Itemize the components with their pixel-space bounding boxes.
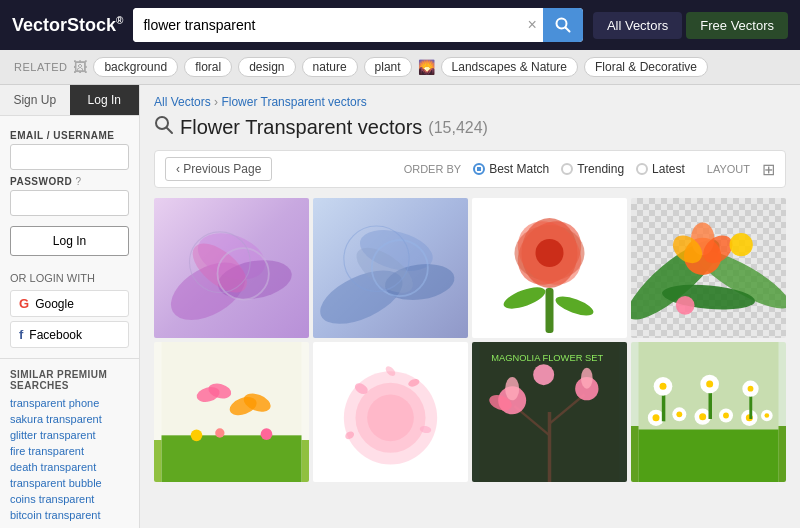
similar-link-4[interactable]: death transparent [10, 461, 129, 473]
sidebar: Sign Up Log In EMAIL / USERNAME PASSWORD… [0, 85, 140, 528]
logo: VectorStock® [12, 15, 123, 36]
order-options: Best Match Trending Latest [473, 162, 685, 176]
similar-link-7[interactable]: bitcoin transparent [10, 509, 129, 521]
svg-point-45 [367, 395, 414, 442]
svg-point-18 [553, 293, 595, 320]
order-trending[interactable]: Trending [561, 162, 624, 176]
facebook-icon: f [19, 327, 23, 342]
header: VectorStock® × All Vectors Free Vectors [0, 0, 800, 50]
related-tag-floral[interactable]: floral [184, 57, 232, 77]
login-form: EMAIL / USERNAME PASSWORD ? Log In [0, 116, 139, 264]
layout-label: LAYOUT [707, 163, 750, 175]
order-latest[interactable]: Latest [636, 162, 685, 176]
result-count: (15,424) [428, 119, 488, 137]
svg-point-81 [706, 381, 713, 388]
similar-link-1[interactable]: sakura transparent [10, 413, 129, 425]
all-vectors-tab[interactable]: All Vectors [593, 12, 682, 39]
page-title: Flower Transparent vectors (15,424) [154, 115, 786, 140]
similar-link-5[interactable]: transparent bubble [10, 477, 129, 489]
similar-link-2[interactable]: glitter transparent [10, 429, 129, 441]
login-tab[interactable]: Log In [70, 85, 140, 115]
svg-point-23 [536, 239, 564, 267]
email-input[interactable] [10, 144, 129, 170]
image-card-4[interactable] [154, 342, 309, 482]
svg-text:MAGNOLIA FLOWER SET: MAGNOLIA FLOWER SET [491, 353, 603, 363]
prev-page-button[interactable]: ‹ Previous Page [165, 157, 272, 181]
header-tabs: All Vectors Free Vectors [593, 12, 788, 39]
related-tag-design[interactable]: design [238, 57, 295, 77]
related-label: RELATED [14, 61, 67, 73]
svg-point-17 [501, 283, 548, 313]
facebook-login-button[interactable]: f Facebook [10, 321, 129, 348]
similar-link-3[interactable]: fire transparent [10, 445, 129, 457]
svg-point-32 [676, 296, 695, 315]
svg-point-41 [261, 428, 273, 440]
order-bar: ‹ Previous Page ORDER BY Best Match Tren… [154, 150, 786, 188]
image-card-5[interactable] [313, 342, 468, 482]
image-card-1[interactable] [313, 198, 468, 338]
clear-icon[interactable]: × [522, 17, 543, 33]
similar-link-6[interactable]: coins transparent [10, 493, 129, 505]
svg-line-1 [565, 28, 569, 32]
svg-point-67 [676, 411, 682, 417]
google-login-button[interactable]: G Google [10, 290, 129, 317]
image-card-7[interactable] [631, 342, 786, 482]
svg-line-3 [167, 128, 172, 133]
related-tag-plant[interactable]: plant [364, 57, 412, 77]
svg-point-84 [748, 386, 754, 392]
free-vectors-tab[interactable]: Free Vectors [686, 12, 788, 39]
svg-point-75 [765, 413, 770, 418]
svg-rect-16 [546, 288, 554, 333]
svg-point-59 [581, 368, 593, 389]
radio-latest [636, 163, 648, 175]
image-card-2[interactable] [472, 198, 627, 338]
password-help-icon: ? [75, 176, 81, 187]
breadcrumb-page-link[interactable]: Flower Transparent vectors [221, 95, 366, 109]
related-tag-floral-deco[interactable]: Floral & Decorative [584, 57, 708, 77]
search-icon [555, 17, 571, 33]
related-image-icon: 🖼 [73, 59, 87, 75]
main: Sign Up Log In EMAIL / USERNAME PASSWORD… [0, 85, 800, 528]
svg-point-31 [730, 233, 753, 256]
related-bar: RELATED 🖼 background floral design natur… [0, 50, 800, 85]
order-by-label: ORDER BY [404, 163, 461, 175]
radio-best-match [473, 163, 485, 175]
radio-trending [561, 163, 573, 175]
auth-tabs: Sign Up Log In [0, 85, 139, 116]
search-input[interactable] [133, 8, 521, 42]
svg-point-39 [191, 430, 203, 442]
password-label: PASSWORD ? [10, 176, 129, 187]
layout-icon[interactable]: ⊞ [762, 160, 775, 179]
image-card-0[interactable] [154, 198, 309, 338]
related-tag-nature[interactable]: nature [302, 57, 358, 77]
image-card-6[interactable]: MAGNOLIA FLOWER SET [472, 342, 627, 482]
svg-point-60 [533, 364, 554, 385]
similar-searches: SIMILAR PREMIUM SEARCHES transparent pho… [0, 358, 139, 528]
order-best-match[interactable]: Best Match [473, 162, 549, 176]
search-title-icon [154, 115, 174, 140]
related-tag-background[interactable]: background [93, 57, 178, 77]
svg-point-65 [653, 414, 660, 421]
related-landscape-icon: 🌄 [418, 59, 435, 75]
password-input[interactable] [10, 190, 129, 216]
svg-point-40 [215, 428, 224, 437]
breadcrumb-all-link[interactable]: All Vectors [154, 95, 211, 109]
title-text: Flower Transparent vectors [180, 116, 422, 139]
login-button[interactable]: Log In [10, 226, 129, 256]
image-grid: MAGNOLIA FLOWER SET [154, 198, 786, 482]
social-login: OR LOGIN WITH G Google f Facebook [0, 272, 139, 358]
google-icon: G [19, 296, 29, 311]
svg-point-56 [505, 377, 519, 400]
similar-title: SIMILAR PREMIUM SEARCHES [10, 369, 129, 391]
svg-point-78 [660, 383, 667, 390]
image-card-3[interactable] [631, 198, 786, 338]
search-bar: × [133, 8, 582, 42]
search-button[interactable] [543, 8, 583, 42]
svg-point-2 [156, 117, 168, 129]
svg-point-69 [699, 413, 706, 420]
svg-rect-34 [162, 435, 302, 482]
signup-tab[interactable]: Sign Up [0, 85, 70, 115]
email-label: EMAIL / USERNAME [10, 130, 129, 141]
related-tag-landscapes[interactable]: Landscapes & Nature [441, 57, 578, 77]
similar-link-0[interactable]: transparent phone [10, 397, 129, 409]
